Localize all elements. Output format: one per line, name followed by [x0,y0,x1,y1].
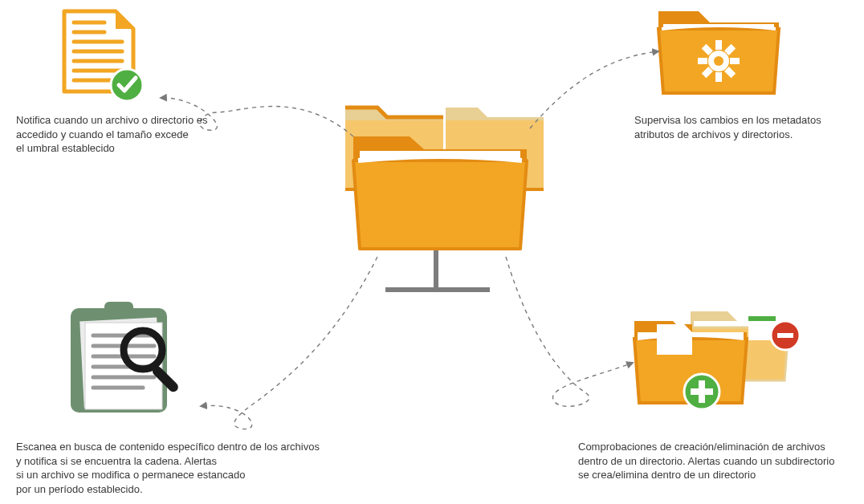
center-folders-icon [345,108,544,292]
text-line: y notifica si se encuentra la cadena. Al… [16,454,361,469]
top-right-text: Supervisa los cambios en los metadatos a… [634,113,859,141]
bottom-right-text: Comprobaciones de creación/eliminación d… [578,440,864,482]
text-line: Escanea en busca de contenido específico… [16,440,361,454]
svg-rect-1 [385,287,490,292]
document-check-icon [64,11,143,101]
svg-rect-16 [715,72,722,82]
svg-rect-42 [657,324,692,355]
text-line: por un período establecido. [16,482,361,497]
svg-rect-40 [777,333,793,338]
svg-rect-25 [104,302,133,318]
svg-rect-18 [730,58,740,64]
text-line: Notifica cuando un archivo o directorio … [16,113,273,128]
diagram-canvas [0,0,864,504]
folder-gear-icon [658,11,779,93]
text-line: Comprobaciones de creación/eliminación d… [578,440,864,454]
svg-rect-17 [698,58,707,64]
svg-rect-38 [748,316,776,321]
text-line: accedido y cuando el tamaño excede [16,128,273,142]
svg-rect-15 [715,40,722,50]
svg-rect-46 [691,388,713,395]
bottom-left-text: Escanea en busca de contenido específico… [16,440,361,496]
top-left-text: Notifica cuando un archivo o directorio … [16,113,273,156]
text-line: si un archivo se modifica o permanece es… [16,468,361,482]
clipboard-search-icon [71,302,180,413]
svg-point-23 [714,56,723,66]
text-line: el umbral establecido [16,141,273,156]
folder-add-remove-icon [634,311,800,409]
text-line: atributos de archivos y directorios. [634,128,859,142]
text-line: Supervisa los cambios en los metadatos [634,113,859,128]
text-line: se crea/elimina dentro de un directorio [578,468,864,482]
text-line: dentro de un directorio. Alertas cuando … [578,454,864,469]
